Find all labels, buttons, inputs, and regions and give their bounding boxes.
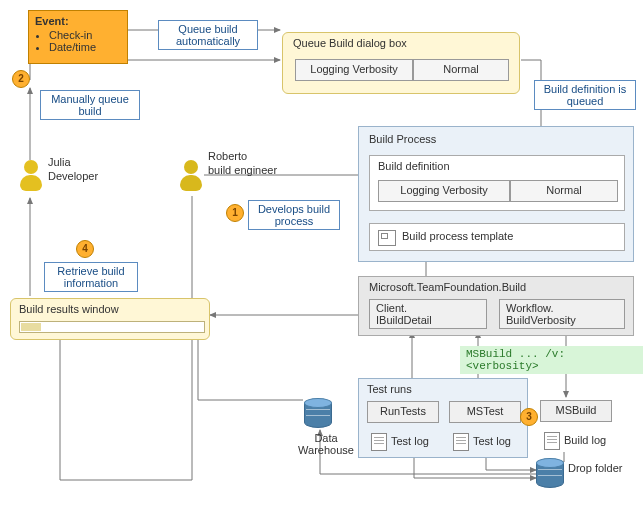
client-ns: Client.: [376, 302, 407, 314]
test-runs-panel: Test runs RunTests MSTest Test log Test …: [358, 378, 528, 458]
test-runs-title: Test runs: [367, 383, 412, 395]
build-definition-box: Build definition Logging Verbosity Norma…: [369, 155, 625, 211]
event-title: Event:: [35, 15, 121, 27]
build-results-title: Build results window: [19, 303, 119, 315]
label-queue-auto: Queue build automatically: [158, 20, 258, 50]
test-log-2: Test log: [473, 435, 511, 447]
build-process-panel: Build Process Build definition Logging V…: [358, 126, 634, 262]
client-ibuilddetail: Client. IBuildDetail: [369, 299, 487, 329]
diagram-canvas: { "event": { "title": "Event:", "items":…: [0, 0, 643, 506]
queue-build-dialog: Queue Build dialog box Logging Verbosity…: [282, 32, 520, 94]
drop-folder-icon: [536, 458, 564, 488]
julia-role: Developer: [48, 170, 98, 182]
doc-icon: [544, 432, 560, 450]
julia-name: Julia: [48, 156, 71, 168]
build-template-box: Build process template: [369, 223, 625, 251]
build-template-label: Build process template: [402, 230, 513, 242]
doc-icon: [453, 433, 469, 451]
label-queued: Build definition is queued: [534, 80, 636, 110]
user-roberto-icon: [178, 160, 204, 194]
step-3: 3: [520, 408, 538, 426]
wf-ns: Workflow.: [506, 302, 553, 314]
test-log-1: Test log: [391, 435, 429, 447]
drop-folder-label: Drop folder: [568, 462, 622, 474]
build-process-title: Build Process: [369, 133, 436, 145]
bdef-field-label: Logging Verbosity: [378, 180, 510, 202]
database-icon: [304, 398, 332, 428]
queue-dialog-title: Queue Build dialog box: [293, 37, 407, 49]
client-if: IBuildDetail: [376, 314, 432, 326]
event-box: Event: Check-in Date/time: [28, 10, 128, 64]
build-log-label: Build log: [564, 434, 606, 446]
bdef-field-value: Normal: [510, 180, 618, 202]
workflow-buildverbosity: Workflow. BuildVerbosity: [499, 299, 625, 329]
step-2: 2: [12, 70, 30, 88]
label-retrieve: Retrieve build information: [44, 262, 138, 292]
user-julia-icon: [18, 160, 44, 194]
roberto-name: Roberto: [208, 150, 247, 162]
queue-field-label: Logging Verbosity: [295, 59, 413, 81]
event-item: Date/time: [49, 41, 121, 53]
label-develops: Develops build process: [248, 200, 340, 230]
mstest-box: MSTest: [449, 401, 521, 423]
doc-icon: [371, 433, 387, 451]
data-warehouse-label: Data Warehouse: [296, 432, 356, 456]
build-results-window: Build results window: [10, 298, 210, 340]
msbuild-command: MSBuild ... /v:<verbosity>: [460, 346, 643, 374]
runtests-box: RunTests: [367, 401, 439, 423]
build-definition-title: Build definition: [378, 160, 450, 172]
tfbuild-panel: Microsoft.TeamFoundation.Build Client. I…: [358, 276, 634, 336]
step-4: 4: [76, 240, 94, 258]
event-item: Check-in: [49, 29, 121, 41]
label-manual-queue: Manually queue build: [40, 90, 140, 120]
msbuild-box: MSBuild: [540, 400, 612, 422]
queue-field-value: Normal: [413, 59, 509, 81]
template-icon: [378, 230, 396, 246]
step-1: 1: [226, 204, 244, 222]
tfbuild-title: Microsoft.TeamFoundation.Build: [369, 281, 526, 293]
wf-cls: BuildVerbosity: [506, 314, 576, 326]
roberto-role: build engineer: [208, 164, 277, 176]
